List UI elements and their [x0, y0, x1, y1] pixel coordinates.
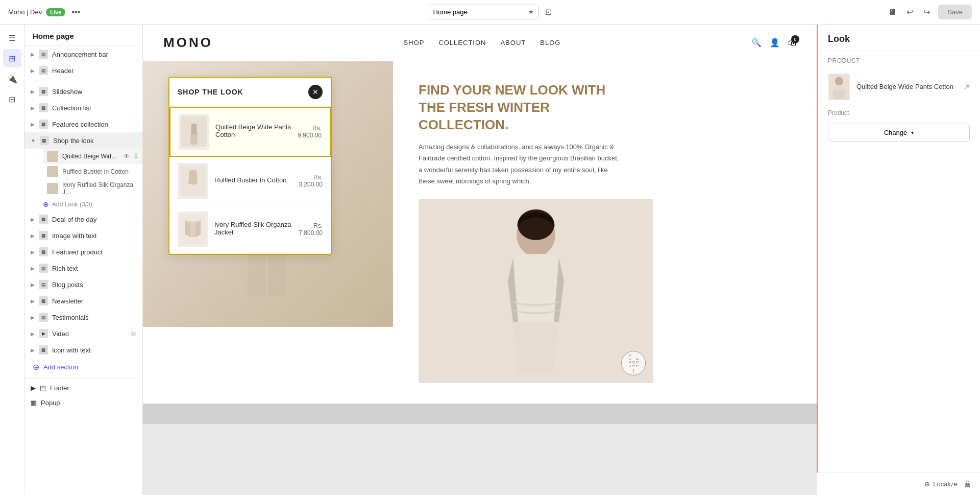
pages-icon-button[interactable]: ☰ [3, 29, 21, 47]
look-item-info-ruffled: Ruffled Bustier In Cotton [214, 176, 292, 186]
modal-close-button[interactable]: ✕ [308, 85, 323, 99]
svg-rect-13 [833, 90, 845, 99]
modal-title: SHOP THE LOOK [178, 88, 243, 96]
change-product-button[interactable]: Change ▾ [828, 124, 970, 142]
topbar-right: 🖥 ↩ ↪ Save [560, 5, 972, 19]
sidebar-item-featured-collection[interactable]: ▶ ▦ Featured collection [24, 116, 142, 132]
sidebar-item-slideshow[interactable]: ▶ ▦ Slideshow [24, 83, 142, 100]
plus-icon: ⊕ [43, 200, 49, 208]
section-icon: ▦ [39, 296, 48, 305]
localize-icon: ⊕ [924, 480, 930, 488]
product-sub-label: Product [818, 105, 980, 119]
right-panel-title: Look [818, 25, 980, 51]
blocks-icon-button[interactable]: ⊟ [3, 90, 21, 108]
undo-button[interactable]: ↩ [904, 5, 915, 19]
look-title: FIND YOUR NEW LOOK WITH THE FRESH WINTER… [419, 82, 612, 133]
chevron-down-icon: ▾ [911, 130, 914, 135]
sidebar-item-featured-product[interactable]: ▶ ▦ Featured product [24, 244, 142, 260]
chevron-icon: ▶ [31, 105, 35, 111]
external-link-icon[interactable]: ↗ [964, 83, 970, 91]
icon-sidebar: ☰ ⊞ 🔌 ⊟ [0, 25, 24, 495]
product-name: Quilted Beige Wide Pants Cotton [856, 82, 958, 91]
bottom-bar-hint [143, 404, 817, 424]
section-icon: ▦ [39, 231, 48, 240]
section-icon: ▤ [39, 50, 48, 59]
topbar-more-button[interactable]: ••• [69, 6, 82, 19]
sidebar-item-collection-list[interactable]: ▶ ▦ Collection list [24, 100, 142, 116]
add-section-button[interactable]: ⊕ Add section [24, 358, 142, 376]
svg-rect-1 [190, 134, 198, 145]
sidebar-item-testimonials[interactable]: ▶ ▤ Testimonials [24, 309, 142, 325]
sidebar-item-header[interactable]: ▶ ▤ Header [24, 62, 142, 79]
section-icon: ▤ [39, 280, 48, 289]
topbar-title: Mono | Dev [8, 8, 42, 16]
canvas-area: MONO SHOP COLLECTION ABOUT BLOG 🔍 👤 🛍 0 [143, 25, 817, 495]
look-description: Amazing designs & collaborations, and as… [419, 142, 623, 186]
sidebar-item-shop-the-look[interactable]: ▼ ▦ Shop the look [24, 132, 142, 149]
sidebar-item-icon-with-text[interactable]: ▶ ▦ Icon with text [24, 342, 142, 358]
nav-blog[interactable]: BLOG [540, 39, 560, 46]
topbar-center: Home page ⊡ [427, 5, 554, 19]
look-item-info-quilted: Quilted Beige Wide Pants Cotton [215, 123, 291, 140]
drag-icon[interactable]: ⠿ [134, 153, 138, 160]
store-logo: MONO [163, 35, 213, 51]
nav-about[interactable]: ABOUT [500, 39, 526, 46]
section-icon: ▶ [39, 329, 48, 338]
nav-shop[interactable]: SHOP [404, 39, 425, 46]
sidebar-item-video[interactable]: ▶ ▶ Video ⊘ [24, 325, 142, 342]
eye-icon[interactable]: 👁 [124, 153, 130, 160]
search-icon[interactable]: 🔍 [751, 38, 762, 48]
look-item-img-quilted [179, 114, 209, 150]
section-icon: ▦ [40, 136, 49, 145]
chevron-icon: ▶ [31, 331, 35, 337]
section-icon: ▦ [39, 103, 48, 112]
look-item-quilted[interactable]: Quilted Beige Wide Pants Cotton Rs.9,900… [169, 107, 331, 157]
sidebar-item-popup[interactable]: ▦ Popup [24, 395, 142, 410]
sidebar-item-blog-posts[interactable]: ▶ ▤ Blog posts [24, 276, 142, 293]
chevron-icon: ▶ [31, 233, 35, 239]
look-item-ivory[interactable]: Ivory Ruffled Silk Organza Jacket Rs.7,8… [169, 205, 331, 254]
product-section-label: Product [818, 51, 980, 68]
look-item-ruffled[interactable]: Ruffled Bustier In Cotton Rs.3,200.00 [169, 157, 331, 205]
sidebar-item-announcement-bar[interactable]: ▶ ▤ Announcement bar [24, 46, 142, 62]
chevron-icon: ▶ [31, 122, 35, 127]
look-item-img-ruffled [178, 163, 208, 199]
account-icon[interactable]: 👤 [770, 38, 780, 48]
redo-button[interactable]: ↪ [921, 5, 932, 19]
add-look-button[interactable]: ⊕ Add Look (3/3) [24, 198, 142, 211]
chevron-down-icon: ▼ [31, 138, 36, 144]
sub-item-ruffled[interactable]: Ruffled Bustier in Cotton [24, 164, 142, 179]
chevron-icon: ▶ [31, 249, 35, 255]
shop-look-right: FIND YOUR NEW LOOK WITH THE FRESH WINTER… [393, 61, 817, 404]
save-button[interactable]: Save [938, 5, 972, 19]
sidebar-item-rich-text[interactable]: ▶ ▤ Rich text [24, 260, 142, 276]
sidebar-item-footer[interactable]: ▶ ▤ Footer [24, 381, 142, 395]
cart-icon[interactable]: 🛍 0 [788, 38, 796, 48]
sidebar-item-deal-of-the-day[interactable]: ▶ ▦ Deal of the day [24, 211, 142, 227]
select-icon-button[interactable]: ⊡ [543, 5, 554, 19]
delete-button[interactable]: 🗑 [964, 480, 972, 489]
sub-item-ivory[interactable]: Ivory Ruffled Silk Organza J… [24, 179, 142, 198]
chevron-icon: ▶ [31, 315, 35, 320]
section-icon: ▤ [40, 384, 46, 392]
desktop-view-button[interactable]: 🖥 [886, 6, 898, 19]
apps-icon-button[interactable]: 🔌 [3, 69, 21, 88]
sidebar-item-newsletter[interactable]: ▶ ▦ Newsletter [24, 293, 142, 309]
nav-collection[interactable]: COLLECTION [438, 39, 486, 46]
back-to-top-button[interactable]: BACK TO TOP ↑ [621, 351, 646, 375]
sub-item-quilted[interactable]: Quilted Beige Wid… 👁 ⠿ [24, 149, 142, 164]
localize-button[interactable]: ⊕ Localize [924, 480, 958, 488]
model-photo: BACK TO TOP ↑ [419, 199, 653, 383]
canvas-scroll[interactable]: MONO SHOP COLLECTION ABOUT BLOG 🔍 👤 🛍 0 [143, 25, 817, 495]
product-card: Quilted Beige Wide Pants Cotton ↗ [818, 68, 980, 105]
shop-look-left: SHOP THE LOOK ✕ [143, 61, 393, 404]
cart-count: 0 [791, 35, 799, 43]
live-badge: Live [46, 8, 65, 16]
sidebar-item-image-with-text[interactable]: ▶ ▦ Image with text [24, 227, 142, 244]
store-nav: SHOP COLLECTION ABOUT BLOG [404, 39, 561, 46]
store-header: MONO SHOP COLLECTION ABOUT BLOG 🔍 👤 🛍 0 [143, 25, 817, 61]
sections-icon-button[interactable]: ⊞ [3, 49, 21, 67]
chevron-icon: ▶ [31, 52, 35, 57]
page-selector[interactable]: Home page [427, 5, 539, 19]
section-icon: ▦ [39, 87, 48, 96]
